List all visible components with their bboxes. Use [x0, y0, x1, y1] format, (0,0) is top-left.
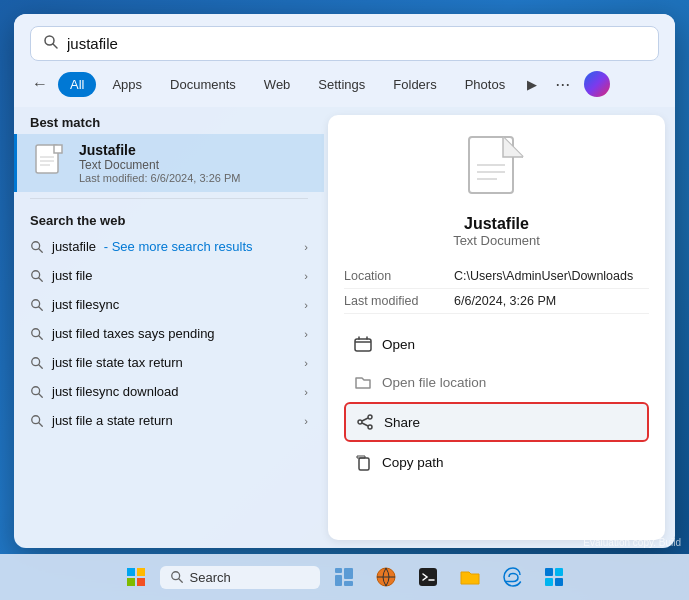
svg-point-26 — [368, 415, 372, 419]
web-search-item-3[interactable]: just filed taxes says pending › — [14, 319, 324, 348]
best-match-info: Justafile Text Document Last modified: 6… — [79, 142, 240, 184]
divider-1 — [30, 198, 308, 199]
tab-settings[interactable]: Settings — [306, 72, 377, 97]
tab-documents[interactable]: Documents — [158, 72, 248, 97]
left-panel: Best match Justafile Text Document — [14, 107, 324, 548]
web-search-item-2[interactable]: just filesync › — [14, 290, 324, 319]
web-search-item-1[interactable]: just file › — [14, 261, 324, 290]
action-list: Open Open file location — [344, 326, 649, 480]
search-input[interactable] — [67, 35, 646, 52]
search-small-icon-4 — [30, 356, 44, 370]
tab-web[interactable]: Web — [252, 72, 303, 97]
svg-line-30 — [362, 423, 368, 426]
detail-value-0: C:\Users\AdminUser\Downloads — [454, 269, 633, 283]
search-small-icon-1 — [30, 269, 44, 283]
detail-label-1: Last modified — [344, 294, 454, 308]
svg-line-10 — [39, 277, 43, 281]
taskbar: Search — [0, 554, 689, 600]
svg-rect-48 — [545, 578, 553, 586]
svg-rect-35 — [137, 578, 145, 586]
action-open-label: Open — [382, 337, 415, 352]
web-item-1-text: just file — [52, 268, 92, 283]
best-match-item[interactable]: Justafile Text Document Last modified: 6… — [14, 134, 324, 192]
windows-start-button[interactable] — [118, 559, 154, 595]
copilot-icon[interactable] — [584, 71, 610, 97]
web-search-item-0[interactable]: justafile - See more search results › — [14, 232, 324, 261]
open-icon — [354, 335, 372, 353]
search-small-icon-5 — [30, 385, 44, 399]
chevron-icon-6: › — [304, 415, 308, 427]
file-icon-xl — [467, 135, 527, 205]
web-search-title: Search the web — [14, 205, 324, 232]
detail-label-0: Location — [344, 269, 454, 283]
action-share[interactable]: Share — [344, 402, 649, 442]
detail-row-0: Location C:\Users\AdminUser\Downloads — [344, 264, 649, 289]
copy-path-icon — [354, 453, 372, 471]
action-share-label: Share — [384, 415, 420, 430]
svg-rect-41 — [344, 581, 353, 586]
svg-rect-31 — [359, 458, 369, 470]
watermark: Evaluation copy. Build — [583, 537, 681, 548]
svg-line-14 — [39, 335, 43, 339]
action-open[interactable]: Open — [344, 326, 649, 362]
taskbar-basketball[interactable] — [368, 559, 404, 595]
taskbar-search[interactable]: Search — [160, 566, 320, 589]
chevron-icon-2: › — [304, 299, 308, 311]
taskbar-terminal[interactable] — [410, 559, 446, 595]
web-item-5-text: just filesync download — [52, 384, 178, 399]
svg-rect-49 — [555, 578, 563, 586]
svg-line-8 — [39, 248, 43, 252]
tab-photos[interactable]: Photos — [453, 72, 517, 97]
match-name: Justafile — [79, 142, 240, 158]
tab-all[interactable]: All — [58, 72, 96, 97]
search-small-icon-6 — [30, 414, 44, 428]
svg-rect-47 — [555, 568, 563, 576]
action-copy-path-label: Copy path — [382, 455, 444, 470]
taskbar-edge[interactable] — [494, 559, 530, 595]
svg-line-20 — [39, 422, 43, 426]
web-item-4-text: just file state tax return — [52, 355, 183, 370]
svg-rect-33 — [137, 568, 145, 576]
svg-rect-46 — [545, 568, 553, 576]
search-small-icon-3 — [30, 327, 44, 341]
action-copy-path[interactable]: Copy path — [344, 444, 649, 480]
chevron-icon-4: › — [304, 357, 308, 369]
chevron-icon-0: › — [304, 241, 308, 253]
svg-rect-34 — [127, 578, 135, 586]
action-open-location-label: Open file location — [382, 375, 486, 390]
taskbar-folder[interactable] — [452, 559, 488, 595]
svg-rect-40 — [344, 568, 353, 579]
file-details: Location C:\Users\AdminUser\Downloads La… — [344, 264, 649, 314]
tab-apps[interactable]: Apps — [100, 72, 154, 97]
svg-point-28 — [368, 425, 372, 429]
more-options-button[interactable]: ··· — [549, 72, 576, 97]
taskbar-search-label: Search — [190, 570, 231, 585]
web-search-item-5[interactable]: just filesync download › — [14, 377, 324, 406]
preview-file-type: Text Document — [453, 233, 540, 248]
taskbar-store[interactable] — [536, 559, 572, 595]
chevron-icon-1: › — [304, 270, 308, 282]
chevron-icon-5: › — [304, 386, 308, 398]
web-search-item-6[interactable]: just file a state return › — [14, 406, 324, 435]
play-button[interactable]: ▶ — [521, 75, 543, 94]
search-magnifier-icon — [43, 34, 59, 53]
svg-line-18 — [39, 393, 43, 397]
svg-rect-32 — [127, 568, 135, 576]
action-open-location[interactable]: Open file location — [344, 364, 649, 400]
back-button[interactable]: ← — [26, 71, 54, 97]
taskbar-search-icon — [170, 570, 184, 584]
tab-folders[interactable]: Folders — [381, 72, 448, 97]
web-item-0-suffix: - See more search results — [104, 239, 253, 254]
web-item-3-text: just filed taxes says pending — [52, 326, 215, 341]
match-type: Text Document — [79, 158, 240, 172]
preview-file-name: Justafile — [464, 215, 529, 233]
web-item-2-text: just filesync — [52, 297, 119, 312]
svg-rect-3 — [54, 145, 62, 153]
file-icon — [33, 145, 69, 181]
main-content: Best match Justafile Text Document — [14, 107, 675, 548]
folder-open-icon — [354, 373, 372, 391]
taskbar-widgets[interactable] — [326, 559, 362, 595]
web-search-item-4[interactable]: just file state tax return › — [14, 348, 324, 377]
search-small-icon-2 — [30, 298, 44, 312]
svg-rect-39 — [335, 575, 342, 586]
